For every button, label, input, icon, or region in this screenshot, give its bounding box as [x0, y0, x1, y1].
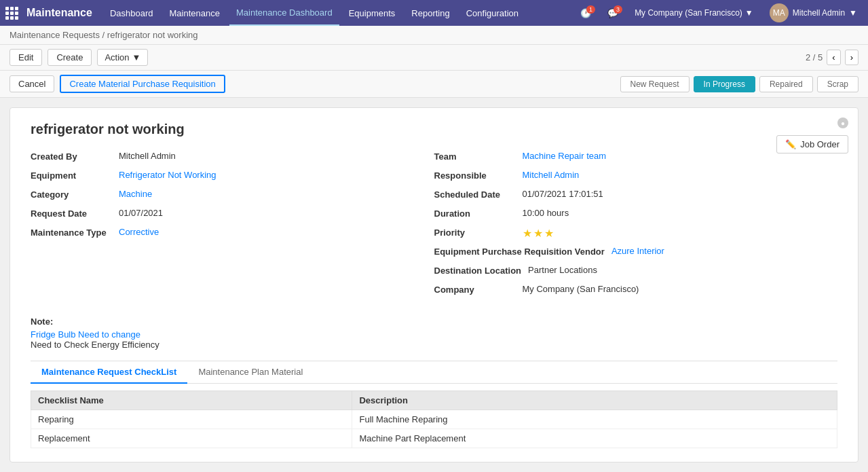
breadcrumb-separator: / — [102, 30, 107, 40]
label-priority: Priority — [434, 227, 523, 238]
close-icon[interactable]: ● — [837, 117, 848, 128]
record-card: ● refrigerator not working ✏️ Job Order … — [10, 107, 858, 462]
clock-notification[interactable]: 🕐 1 — [575, 5, 597, 21]
pagination: 2 / 5 ‹ › — [806, 50, 858, 65]
label-equipment: Equipment — [31, 170, 119, 181]
tab-plan-material[interactable]: Maintenance Plan Material — [187, 361, 314, 384]
value-scheduled-date: 01/07/2021 17:01:51 — [523, 189, 603, 199]
record-title: refrigerator not working — [31, 122, 837, 137]
grid-icon — [5, 7, 18, 20]
edit-button[interactable]: Edit — [10, 49, 42, 66]
cell-checklist-name: Reparing — [31, 410, 352, 429]
action-label: Action — [105, 52, 129, 62]
cell-description: Machine Part Replacement — [352, 429, 837, 448]
workflow-steps: New Request In Progress Repaired Scrap — [620, 76, 858, 92]
note-line-1: Fridge Bulb Need to change — [31, 329, 837, 340]
label-request-date: Request Date — [31, 208, 119, 219]
cell-description: Full Machine Reparing — [352, 410, 837, 429]
breadcrumb-parent[interactable]: Maintenance Requests — [10, 30, 100, 40]
create-material-button[interactable]: Create Material Purchase Requisition — [60, 75, 225, 93]
tabs-nav: Maintenance Request CheckList Maintenanc… — [31, 361, 837, 384]
label-responsible: Responsible — [434, 170, 523, 181]
action-dropdown[interactable]: Action ▼ — [97, 49, 148, 66]
chat-badge: 3 — [614, 5, 622, 14]
nav-equipments[interactable]: Equipments — [342, 0, 402, 26]
field-responsible: Responsible Mitchell Admin — [434, 170, 825, 185]
field-maintenance-type: Maintenance Type Corrective — [31, 227, 421, 242]
step-in-progress[interactable]: In Progress — [694, 76, 755, 92]
avatar: MA — [770, 3, 789, 22]
main-content: ● refrigerator not working ✏️ Job Order … — [0, 98, 868, 472]
tabs-container: Maintenance Request CheckList Maintenanc… — [31, 361, 837, 448]
brand[interactable]: Maintenance — [5, 7, 92, 20]
note-line-2: Need to Check Energy Efficiency — [31, 340, 837, 350]
value-maintenance-type[interactable]: Corrective — [119, 227, 159, 237]
user-menu[interactable]: MA Mitchell Admin ▼ — [764, 3, 863, 22]
company-selector[interactable]: My Company (San Francisco) ▼ — [629, 8, 759, 18]
form-right: Team Machine Repair team Responsible Mit… — [434, 151, 838, 303]
value-created-by: Mitchell Admin — [119, 151, 176, 161]
notes-section: Note: Fridge Bulb Need to change Need to… — [31, 316, 837, 350]
value-request-date: 01/07/2021 — [119, 208, 163, 218]
label-team: Team — [434, 151, 523, 162]
field-category: Category Machine — [31, 189, 421, 204]
checklist-table: Checklist Name Description Reparing Full… — [31, 391, 837, 448]
table-row: Replacement Machine Part Replacement — [31, 429, 837, 448]
label-category: Category — [31, 189, 119, 200]
col-description: Description — [352, 391, 837, 410]
value-team[interactable]: Machine Repair team — [523, 151, 607, 161]
value-destination: Partner Locations — [528, 265, 597, 275]
label-destination: Destination Location — [434, 265, 529, 276]
table-row: Reparing Full Machine Reparing — [31, 410, 837, 429]
tab-checklist[interactable]: Maintenance Request CheckList — [31, 361, 187, 384]
chevron-down-icon: ▼ — [849, 8, 857, 18]
star-3[interactable]: ★ — [544, 227, 554, 240]
cell-checklist-name: Replacement — [31, 429, 352, 448]
value-category[interactable]: Machine — [119, 189, 152, 199]
step-scrap[interactable]: Scrap — [817, 76, 858, 92]
field-company: Company My Company (San Francisco) — [434, 284, 825, 299]
value-responsible[interactable]: Mitchell Admin — [523, 170, 580, 180]
star-1[interactable]: ★ — [523, 227, 532, 240]
chevron-down-icon: ▼ — [745, 8, 753, 18]
field-request-date: Request Date 01/07/2021 — [31, 208, 421, 223]
form-fields: Created By Mitchell Admin Equipment Refr… — [31, 151, 837, 303]
priority-stars[interactable]: ★ ★ ★ — [523, 227, 554, 240]
note-text-2: Need to Check Energy Efficiency — [31, 340, 159, 350]
nav-reporting[interactable]: Reporting — [404, 0, 456, 26]
cancel-button[interactable]: Cancel — [10, 75, 54, 92]
chevron-down-icon: ▼ — [132, 52, 141, 62]
chat-notification[interactable]: 💬 3 — [602, 5, 624, 21]
col-checklist-name: Checklist Name — [31, 391, 352, 410]
star-2[interactable]: ★ — [533, 227, 543, 240]
step-repaired[interactable]: Repaired — [759, 76, 813, 92]
job-order-label: Job Order — [800, 139, 839, 149]
value-duration: 10:00 hours — [523, 208, 569, 218]
value-vendor[interactable]: Azure Interior — [611, 246, 664, 256]
next-page-button[interactable]: › — [845, 50, 858, 65]
note-text-1[interactable]: Fridge Bulb Need to change — [31, 329, 140, 340]
pagination-text: 2 / 5 — [806, 52, 823, 62]
nav-maintenance[interactable]: Maintenance — [163, 0, 227, 26]
label-duration: Duration — [434, 208, 523, 219]
breadcrumb-current: refrigerator not working — [107, 30, 198, 40]
label-company: Company — [434, 284, 523, 295]
label-vendor: Equipment Purchase Requisition Vendor — [434, 246, 611, 257]
brand-name: Maintenance — [26, 7, 92, 19]
nav-maintenance-dashboard[interactable]: Maintenance Dashboard — [229, 0, 339, 26]
field-vendor: Equipment Purchase Requisition Vendor Az… — [434, 246, 825, 261]
navbar-right: 🕐 1 💬 3 My Company (San Francisco) ▼ MA … — [575, 3, 863, 22]
prev-page-button[interactable]: ‹ — [827, 50, 840, 65]
job-order-button[interactable]: ✏️ Job Order — [776, 135, 848, 153]
nav-dashboard[interactable]: Dashboard — [103, 0, 160, 26]
value-company: My Company (San Francisco) — [523, 284, 639, 294]
toolbar: Edit Create Action ▼ 2 / 5 ‹ › — [0, 45, 868, 71]
step-new-request[interactable]: New Request — [620, 76, 690, 92]
value-equipment[interactable]: Refrigerator Not Working — [119, 170, 216, 180]
navbar: Maintenance Dashboard Maintenance Mainte… — [0, 0, 868, 26]
notes-label: Note: — [31, 316, 837, 327]
nav-configuration[interactable]: Configuration — [459, 0, 525, 26]
status-bar: Cancel Create Material Purchase Requisit… — [0, 71, 868, 98]
field-team: Team Machine Repair team — [434, 151, 825, 166]
create-button[interactable]: Create — [48, 49, 92, 66]
